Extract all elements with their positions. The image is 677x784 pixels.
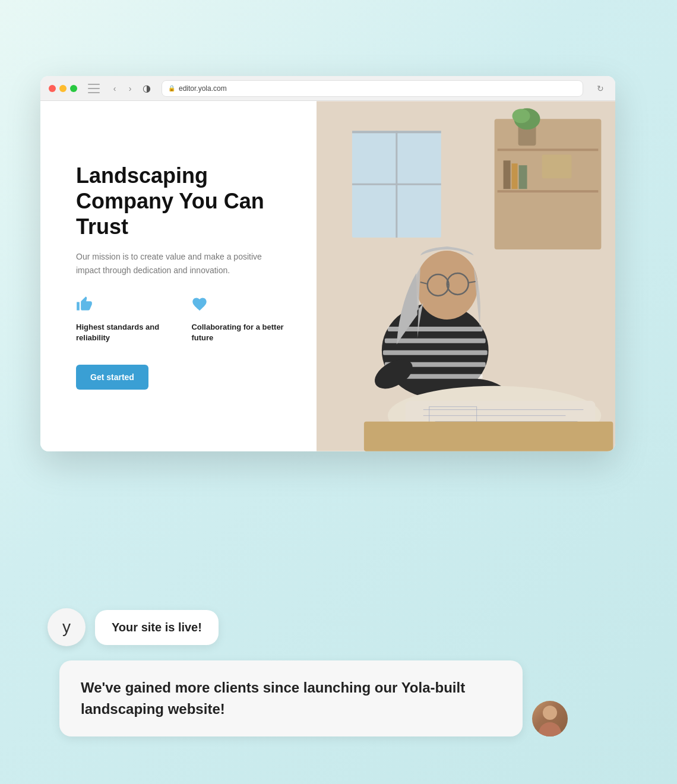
svg-rect-12 <box>503 160 510 189</box>
testimonial-text: We've gained more clients since launchin… <box>81 677 501 720</box>
svg-rect-14 <box>518 165 527 189</box>
yola-logo-badge: y <box>48 608 86 646</box>
reload-button[interactable]: ↻ <box>594 82 607 95</box>
feature-card-2: Collaborating for a better future <box>191 296 286 343</box>
notification-text: Your site is live! <box>112 621 202 634</box>
chat-bubble-right: We've gained more clients since launchin… <box>59 660 629 736</box>
heart-icon <box>191 296 286 316</box>
lock-icon: 🔒 <box>168 85 175 91</box>
hero-image-panel <box>317 101 615 451</box>
testimonial-bubble: We've gained more clients since launchin… <box>59 660 523 736</box>
address-bar[interactable]: 🔒 editor.yola.com <box>162 80 583 97</box>
svg-rect-11 <box>542 154 571 178</box>
notification-bubble: Your site is live! <box>95 610 219 645</box>
minimize-button[interactable] <box>59 85 67 92</box>
feature-card-1: Highest standards and reliability <box>76 296 173 343</box>
chat-section: y Your site is live! We've gained more c… <box>0 573 677 784</box>
website-content: Landscaping Company You Can Trust Our mi… <box>40 101 615 451</box>
back-button[interactable]: ‹ <box>108 82 121 95</box>
feature-label-2: Collaborating for a better future <box>191 322 286 343</box>
sidebar-toggle-icon[interactable] <box>88 84 100 93</box>
browser-window: ‹ › ◑ 🔒 editor.yola.com ↻ Landscaping Co… <box>40 76 615 451</box>
chat-bubble-left: y Your site is live! <box>48 608 629 646</box>
site-heading: Landscaping Company You Can Trust <box>76 163 287 240</box>
browser-chrome: ‹ › ◑ 🔒 editor.yola.com ↻ <box>40 76 615 101</box>
url-text: editor.yola.com <box>179 84 227 93</box>
website-left-panel: Landscaping Company You Can Trust Our mi… <box>40 101 317 451</box>
svg-rect-13 <box>511 163 517 189</box>
forward-button[interactable]: › <box>124 82 137 95</box>
traffic-lights <box>49 85 77 92</box>
site-description: Our mission is to create value and make … <box>76 250 287 277</box>
thumbs-up-icon <box>76 296 173 316</box>
maximize-button[interactable] <box>70 85 77 92</box>
close-button[interactable] <box>49 85 56 92</box>
get-started-button[interactable]: Get started <box>76 365 148 390</box>
nav-buttons: ‹ › <box>108 82 137 95</box>
brightness-icon: ◑ <box>143 83 151 94</box>
feature-label-1: Highest standards and reliability <box>76 322 173 343</box>
svg-rect-18 <box>382 350 487 355</box>
svg-rect-6 <box>497 148 598 151</box>
user-avatar <box>532 701 568 736</box>
svg-rect-7 <box>497 190 598 192</box>
feature-cards: Highest standards and reliability Collab… <box>76 296 287 343</box>
svg-point-10 <box>512 109 530 123</box>
svg-rect-36 <box>364 422 613 451</box>
